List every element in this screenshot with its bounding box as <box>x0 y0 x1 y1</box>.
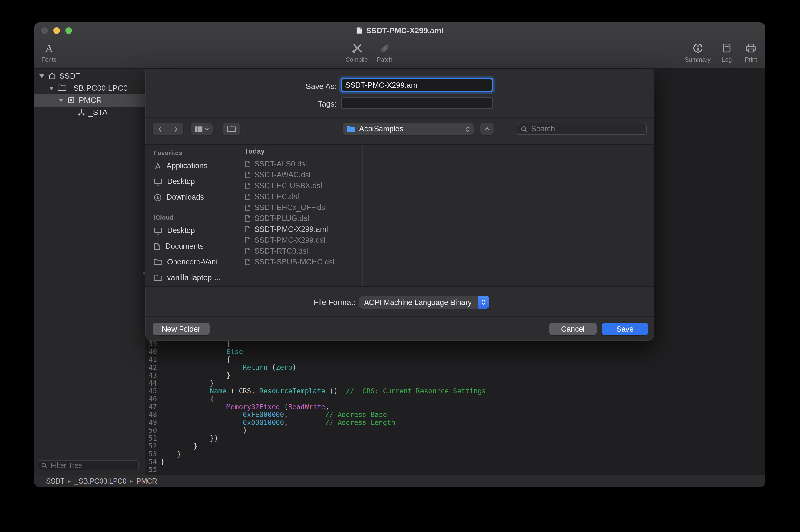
sidebar-item-documents[interactable]: Documents <box>145 239 239 254</box>
document-icon <box>245 226 251 233</box>
path-segment[interactable]: PMCR <box>136 477 157 485</box>
file-name: SSDT-AWAC.dsl <box>254 171 311 179</box>
location-popup[interactable]: AcpiSamples <box>343 123 473 135</box>
chevron-down-icon <box>205 127 209 130</box>
save-as-input[interactable]: SSDT-PMC-X299.aml <box>341 78 493 92</box>
save-button[interactable]: Save <box>602 323 648 335</box>
tree-item-label: _STA <box>89 108 108 117</box>
popup-stepper-icon <box>478 296 489 309</box>
summary-toolbar-button[interactable]: Summary <box>680 40 716 63</box>
file-row[interactable]: SSDT-PMC-X299.dsl <box>240 235 362 246</box>
line-number: 54 <box>145 458 157 466</box>
file-row[interactable]: SSDT-SBUS-MCHC.dsl <box>240 256 362 267</box>
file-name: SSDT-EC.dsl <box>254 192 299 201</box>
path-segment[interactable]: _SB.PC00.LPC0 <box>74 477 126 485</box>
chevron-right-icon <box>174 126 178 132</box>
search-field[interactable] <box>517 123 647 135</box>
patch-label: Patch <box>377 56 392 63</box>
desktop-icon <box>154 178 162 186</box>
folder-icon <box>227 125 236 133</box>
tags-label: Tags: <box>254 99 337 108</box>
sidebar-item-label: Opencore-Vani... <box>167 258 224 266</box>
chevron-left-icon <box>158 126 162 132</box>
document-icon <box>245 182 251 189</box>
document-icon <box>245 236 251 244</box>
code-line: 54} <box>145 458 486 466</box>
file-row[interactable]: SSDT-PLUG.dsl <box>240 213 362 224</box>
file-name: SSDT-SBUS-MCHC.dsl <box>254 258 334 266</box>
disclosure-triangle-icon[interactable] <box>39 74 44 78</box>
line-number: 47 <box>145 403 157 411</box>
code-line: 42 Return (Zero) <box>145 364 486 372</box>
cancel-button[interactable]: Cancel <box>549 323 596 335</box>
fonts-toolbar-button[interactable]: A Fonts <box>36 40 62 63</box>
fonts-icon: A <box>45 43 53 54</box>
patch-icon <box>379 40 390 56</box>
file-row[interactable]: SSDT-ALS0.dsl <box>240 158 362 169</box>
sidebar-item-vanilla-laptop-folder[interactable]: vanilla-laptop-... <box>145 270 239 286</box>
save-as-value: SSDT-PMC-X299.aml <box>345 81 419 89</box>
file-row[interactable]: SSDT-EC-USBX.dsl <box>240 180 362 191</box>
path-status-bar: SSDT ▸ _SB.PC00.LPC0 ▸ PMCR <box>34 475 765 487</box>
sidebar-item-label: Desktop <box>167 226 195 235</box>
folder-icon <box>154 259 162 266</box>
document-icon <box>245 204 251 211</box>
forward-button[interactable] <box>168 123 184 135</box>
filter-tree-field[interactable] <box>38 460 139 470</box>
sidebar-item-label: Desktop <box>167 177 195 186</box>
file-row[interactable]: SSDT-AWAC.dsl <box>240 169 362 180</box>
search-input[interactable] <box>530 124 643 134</box>
new-folder-icon-button[interactable] <box>223 123 240 135</box>
new-folder-button-label: New Folder <box>162 325 201 333</box>
disclosure-triangle-icon[interactable] <box>59 99 63 102</box>
sidebar-item-desktop[interactable]: Desktop <box>145 174 239 189</box>
tags-input-wrap <box>341 97 493 109</box>
file-row[interactable]: SSDT-EHCx_OFF.dsl <box>240 202 362 213</box>
divider <box>145 117 654 118</box>
save-dialog: Save As: SSDT-PMC-X299.aml Tags: <box>145 69 654 341</box>
tree-item-sb-pc00-lpc0[interactable]: _SB.PC00.LPC0 <box>34 82 145 94</box>
code-line: 47 Memory32Fixed (ReadWrite, <box>145 403 486 411</box>
sidebar-item-opencore-folder[interactable]: Opencore-Vani... <box>145 254 239 270</box>
document-proxy-icon <box>356 26 362 34</box>
new-folder-button[interactable]: New Folder <box>153 323 209 335</box>
dialog-toolbar: AcpiSamples <box>145 123 654 135</box>
info-icon <box>692 40 703 56</box>
line-number: 50 <box>145 427 157 435</box>
line-number: 41 <box>145 356 157 364</box>
disclosure-triangle-icon[interactable] <box>49 87 54 90</box>
location-popup-value: AcpiSamples <box>359 125 403 133</box>
filter-tree-input[interactable] <box>50 461 135 469</box>
tree-item-sta[interactable]: _STA <box>34 107 145 119</box>
tags-input[interactable] <box>341 99 492 109</box>
file-name: SSDT-EC-USBX.dsl <box>254 182 322 190</box>
code-line: 41 { <box>145 356 486 364</box>
tree-item-pmcr[interactable]: PMCR <box>34 94 145 107</box>
path-segment[interactable]: SSDT <box>46 477 64 485</box>
tree-item-ssdt[interactable]: SSDT <box>34 70 145 82</box>
file-row[interactable]: SSDT-PMC-X299.aml <box>240 224 362 235</box>
sidebar-item-icloud-desktop[interactable]: Desktop <box>145 223 239 239</box>
file-list-column: Today SSDT-ALS0.dsl SSDT-AWAC.dsl SSDT-E… <box>240 145 363 286</box>
sidebar-item-applications[interactable]: Applications <box>145 158 239 174</box>
file-row[interactable]: SSDT-RTC0.dsl <box>240 246 362 256</box>
view-mode-button[interactable] <box>191 123 212 135</box>
titlebar[interactable]: SSDT-PMC-X299.aml <box>34 22 765 38</box>
desktop: SSDT-PMC-X299.aml A Fonts Compile <box>0 0 800 532</box>
log-icon <box>723 40 731 56</box>
file-row[interactable]: SSDT-EC.dsl <box>240 191 362 202</box>
sidebar-item-downloads[interactable]: Downloads <box>145 189 239 205</box>
maciasl-window: SSDT-PMC-X299.aml A Fonts Compile <box>34 22 765 487</box>
places-sidebar: Favorites Applications Desktop Downloads… <box>145 145 239 286</box>
code-view: 39 } 40 Else 41 { 42 Return (Zero) 43 } … <box>145 340 486 474</box>
back-button[interactable] <box>153 123 168 135</box>
tree-item-label: _SB.PC00.LPC0 <box>69 84 128 93</box>
printer-icon <box>745 40 757 56</box>
file-format-popup[interactable]: ACPI Machine Language Binary <box>359 296 489 309</box>
log-toolbar-button[interactable]: Log <box>714 40 739 63</box>
patch-toolbar-button[interactable]: Patch <box>369 40 400 63</box>
document-icon <box>245 171 251 178</box>
search-icon <box>521 126 527 132</box>
print-toolbar-button[interactable]: Print <box>737 40 765 63</box>
enclosing-folder-button[interactable] <box>480 123 494 135</box>
